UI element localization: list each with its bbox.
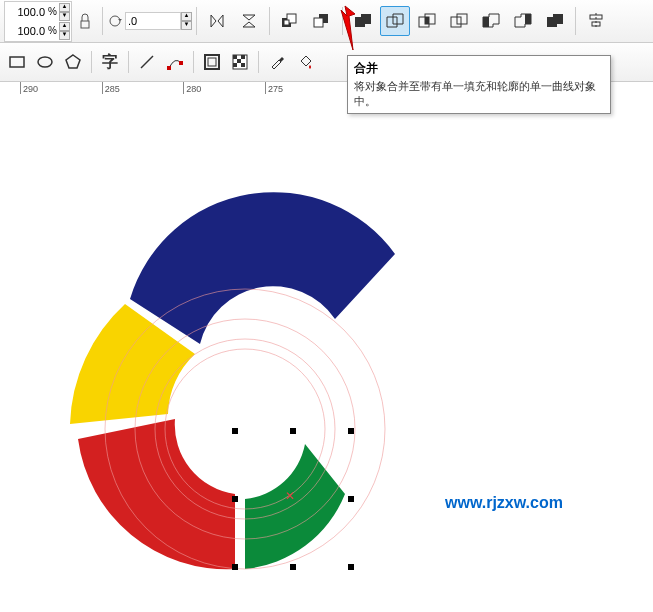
- svg-point-1: [110, 16, 120, 26]
- svg-rect-30: [237, 59, 241, 63]
- selection-handle[interactable]: [232, 496, 238, 502]
- svg-rect-26: [208, 58, 216, 66]
- checker-tool[interactable]: [228, 50, 252, 74]
- selection-handle[interactable]: [348, 428, 354, 434]
- selection-center-icon[interactable]: ✕: [285, 491, 295, 501]
- cursor-arrow-icon: [333, 2, 363, 52]
- rectangle-tool[interactable]: [5, 50, 29, 74]
- svg-rect-24: [179, 61, 183, 65]
- tooltip-body: 将对象合并至带有单一填充和轮廓的单一曲线对象中。: [354, 79, 604, 109]
- mirror-vertical-button[interactable]: [234, 6, 264, 36]
- drawing-canvas[interactable]: ✕ www.rjzxw.com: [0, 94, 653, 612]
- svg-rect-31: [233, 63, 237, 67]
- line-tool[interactable]: [135, 50, 159, 74]
- svg-rect-12: [451, 17, 461, 27]
- svg-rect-13: [457, 14, 467, 24]
- edit-points-tool[interactable]: [163, 50, 187, 74]
- blue-arc-shape: [130, 192, 395, 344]
- svg-rect-4: [284, 20, 289, 25]
- svg-rect-11: [425, 17, 429, 24]
- back-minus-front-button[interactable]: [508, 6, 538, 36]
- svg-rect-29: [241, 55, 245, 59]
- svg-point-20: [38, 57, 52, 67]
- simplify-button[interactable]: [444, 6, 474, 36]
- tooltip-title: 合并: [354, 60, 604, 77]
- outline-tool[interactable]: [200, 50, 224, 74]
- selection-handle[interactable]: [290, 428, 296, 434]
- svg-rect-25: [205, 55, 219, 69]
- svg-rect-23: [167, 66, 171, 70]
- svg-rect-14: [483, 17, 489, 27]
- align-button[interactable]: [581, 6, 611, 36]
- polygon-tool[interactable]: [61, 50, 85, 74]
- tooltip: 合并 将对象合并至带有单一填充和轮廓的单一曲线对象中。: [347, 55, 611, 114]
- ellipse-tool[interactable]: [33, 50, 57, 74]
- svg-rect-0: [81, 21, 89, 28]
- lock-icon[interactable]: [78, 11, 92, 31]
- artwork: [0, 94, 653, 612]
- eyedropper-tool[interactable]: [265, 50, 289, 74]
- front-minus-back-button[interactable]: [476, 6, 506, 36]
- mirror-horizontal-button[interactable]: [202, 6, 232, 36]
- scale-y-input[interactable]: [6, 24, 46, 38]
- selection-handle[interactable]: [290, 564, 296, 570]
- selection-handle[interactable]: [348, 564, 354, 570]
- svg-rect-32: [241, 63, 245, 67]
- text-tool[interactable]: 字: [98, 50, 122, 74]
- svg-rect-15: [525, 14, 531, 24]
- svg-marker-21: [66, 55, 80, 68]
- trim-button[interactable]: [380, 6, 410, 36]
- selection-handle[interactable]: [232, 428, 238, 434]
- fill-bucket-tool[interactable]: [293, 50, 317, 74]
- property-bar: % ▲▼ % ▲▼ ▲▼: [0, 0, 653, 43]
- intersect-button[interactable]: [412, 6, 442, 36]
- watermark-text: www.rjzxw.com: [445, 494, 563, 512]
- selection-handle[interactable]: [232, 564, 238, 570]
- selection-handle[interactable]: [348, 496, 354, 502]
- rotation-spinner[interactable]: ▲▼: [181, 12, 192, 30]
- rotation-input[interactable]: [125, 12, 181, 30]
- to-front-button[interactable]: [275, 6, 305, 36]
- svg-rect-6: [314, 18, 323, 27]
- svg-line-22: [141, 56, 153, 68]
- green-arc-shape: [245, 444, 345, 569]
- rotation-control: ▲▼: [107, 12, 192, 30]
- svg-rect-28: [233, 55, 237, 59]
- rotate-icon: [107, 13, 123, 29]
- scale-y-spinner[interactable]: ▲▼: [59, 22, 70, 40]
- scale-controls: % ▲▼ % ▲▼: [4, 1, 72, 42]
- scale-x-input[interactable]: [6, 5, 46, 19]
- percent-label: %: [46, 6, 59, 17]
- svg-rect-19: [10, 57, 24, 67]
- scale-x-spinner[interactable]: ▲▼: [59, 3, 70, 21]
- create-boundary-button[interactable]: [540, 6, 570, 36]
- percent-label: %: [46, 25, 59, 36]
